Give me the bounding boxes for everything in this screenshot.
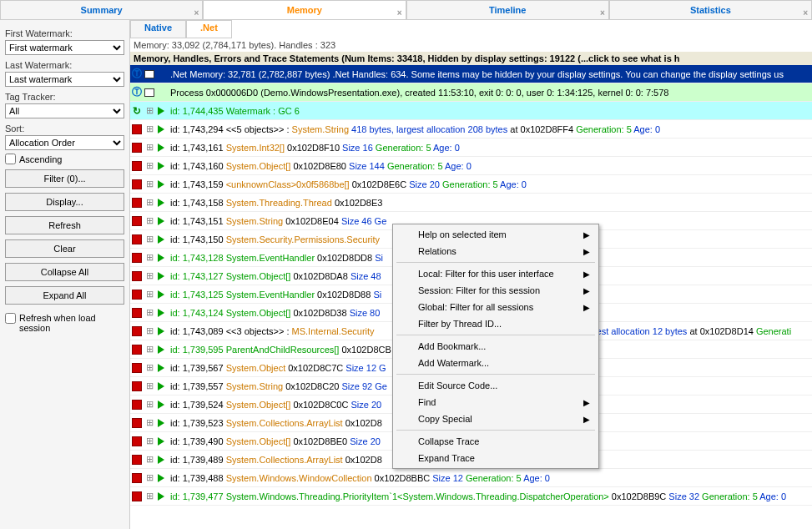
row-text: id: 1,743,127 System.Object[] 0x102D8DA8… (167, 271, 381, 281)
expand-icon[interactable]: ⊞ (144, 322, 155, 340)
expand-icon[interactable]: ⊞ (144, 359, 155, 377)
expand-icon[interactable]: ⊞ (144, 249, 155, 267)
row-gutter-icon (130, 377, 144, 395)
menu-expand-trace[interactable]: Expand Trace (395, 450, 597, 466)
tab-statistics[interactable]: Statistics× (609, 0, 812, 19)
arrow-icon (155, 212, 167, 230)
refresh-when-checkbox[interactable] (5, 313, 16, 324)
tab-summary[interactable]: Summary× (0, 0, 203, 19)
last-watermark-label: Last Watermark: (5, 60, 124, 70)
list-row[interactable]: ↻⊞id: 1,744,435 Watermark : GC 6 (130, 102, 812, 120)
menu-copy-special[interactable]: Copy Special▶ (395, 411, 597, 427)
list-row[interactable]: ⊞id: 1,743,161 System.Int32[] 0x102D8F10… (130, 139, 812, 157)
row-gutter-icon (130, 414, 144, 432)
menu-global-filter[interactable]: Global: Filter for all sessions▶ (395, 299, 597, 315)
expand-icon[interactable]: ⊞ (144, 139, 155, 157)
first-watermark-select[interactable]: First watermark (5, 40, 124, 55)
arrow-icon (155, 304, 167, 322)
subtab-native[interactable]: Native (130, 20, 186, 38)
list-row[interactable]: ⊞id: 1,739,488 System.Windows.WindowColl… (130, 469, 812, 487)
row-text: id: 1,739,488 System.Windows.WindowColle… (167, 473, 550, 483)
subtab-net[interactable]: .Net (186, 20, 232, 38)
menu-relations[interactable]: Relations▶ (395, 243, 597, 259)
list-row[interactable]: ⊞id: 1,743,158 System.Threading.Thread 0… (130, 194, 812, 212)
row-gutter-icon (130, 230, 144, 249)
expand-icon[interactable]: ⊞ (144, 102, 155, 120)
row-text: id: 1,739,524 System.Object[] 0x102D8C0C… (167, 400, 381, 410)
row-text: id: 1,744,435 Watermark : GC 6 (167, 106, 300, 116)
menu-local-filter[interactable]: Local: Filter for this user interface▶ (395, 265, 597, 282)
last-watermark-select[interactable]: Last watermark (5, 72, 124, 87)
expand-all-button[interactable]: Expand All (5, 286, 124, 305)
filter-button[interactable]: Filter (0)... (5, 169, 124, 188)
display-button[interactable]: Display... (5, 193, 124, 211)
menu-separator (396, 262, 595, 263)
row-gutter-icon (130, 340, 144, 359)
expand-icon[interactable]: ⊞ (144, 414, 155, 432)
list-row[interactable]: ⊞id: 1,739,477 System.Windows.Threading.… (130, 487, 812, 506)
row-gutter-icon (130, 432, 144, 451)
menu-session-filter[interactable]: Session: Filter for this session▶ (395, 282, 597, 299)
refresh-button[interactable]: Refresh (5, 216, 124, 234)
subtabstrip: Native .Net (130, 20, 232, 38)
row-text: id: 1,739,489 System.Collections.ArrayLi… (167, 455, 382, 465)
menu-collapse-trace[interactable]: Collapse Trace (395, 433, 597, 450)
row-text: .Net Memory: 32,781 (2,782,887 bytes) .N… (167, 69, 784, 79)
row-text: id: 1,743,158 System.Threading.Thread 0x… (167, 198, 382, 208)
tab-timeline[interactable]: Timeline× (406, 0, 609, 19)
tag-tracker-select[interactable]: All (5, 103, 124, 118)
collapse-all-button[interactable]: Collapse All (5, 263, 124, 281)
row-gutter-icon (130, 212, 144, 230)
expand-icon[interactable]: ⊞ (144, 267, 155, 285)
list-row[interactable]: ⊞id: 1,743,294 <<5 objects>> : System.St… (130, 120, 812, 139)
tab-memory[interactable]: Memory× (203, 0, 406, 19)
expand-icon[interactable]: ⊞ (144, 120, 155, 139)
expand-icon[interactable]: ⊞ (144, 212, 155, 230)
expand-icon[interactable]: ⊞ (144, 175, 155, 194)
list-header[interactable]: Memory, Handles, Errors and Trace Statem… (130, 52, 812, 65)
arrow-icon (155, 120, 167, 139)
arrow-icon (155, 139, 167, 157)
expand-icon[interactable]: ⊞ (144, 157, 155, 175)
menu-edit-source[interactable]: Edit Source Code... (395, 377, 597, 394)
row-gutter-icon (130, 157, 144, 175)
menu-help-selected[interactable]: Help on selected item▶ (395, 226, 597, 243)
list-row[interactable]: Ⓣ.Net Memory: 32,781 (2,782,887 bytes) .… (130, 65, 812, 83)
menu-find[interactable]: Find▶ (395, 394, 597, 411)
expand-icon[interactable]: ⊞ (144, 230, 155, 249)
row-gutter-icon (130, 120, 144, 139)
menu-add-bookmark[interactable]: Add Bookmark... (395, 338, 597, 355)
expand-icon[interactable]: ⊞ (144, 377, 155, 395)
expand-icon[interactable]: ⊞ (144, 194, 155, 212)
clear-button[interactable]: Clear (5, 239, 124, 258)
arrow-icon (155, 230, 167, 249)
list-row[interactable]: ⊞id: 1,743,159 <unknownClass>0x0f5868be[… (130, 175, 812, 194)
expand-icon[interactable] (144, 83, 155, 102)
menu-add-watermark[interactable]: Add Watermark... (395, 355, 597, 371)
expand-icon[interactable]: ⊞ (144, 285, 155, 304)
list-row[interactable]: ⊞id: 1,743,160 System.Object[] 0x102D8E8… (130, 157, 812, 175)
menu-filter-thread[interactable]: Filter by Thread ID... (395, 315, 597, 332)
tab-close-icon[interactable]: × (194, 4, 199, 23)
tab-close-icon[interactable]: × (600, 4, 605, 23)
expand-icon[interactable]: ⊞ (144, 340, 155, 359)
ascending-checkbox[interactable] (5, 154, 16, 164)
expand-icon[interactable]: ⊞ (144, 395, 155, 414)
expand-icon[interactable] (144, 65, 155, 83)
submenu-arrow-icon: ▶ (583, 247, 590, 256)
row-text: id: 1,743,160 System.Object[] 0x102D8E80… (167, 161, 472, 171)
expand-icon[interactable]: ⊞ (144, 432, 155, 451)
expand-icon[interactable]: ⊞ (144, 469, 155, 487)
expand-icon[interactable]: ⊞ (144, 451, 155, 469)
tab-close-icon[interactable]: × (397, 4, 402, 23)
row-text: id: 1,739,567 System.Object 0x102D8C7C S… (167, 363, 386, 373)
expand-icon[interactable]: ⊞ (144, 304, 155, 322)
arrow-icon (155, 340, 167, 359)
tab-close-icon[interactable]: × (803, 4, 808, 23)
row-gutter-icon (130, 322, 144, 340)
list-row[interactable]: ⓉProcess 0x000006D0 (Demo.WindowsPresent… (130, 83, 812, 102)
sort-select[interactable]: Allocation Order (5, 135, 124, 150)
expand-icon[interactable]: ⊞ (144, 487, 155, 506)
row-gutter-icon: Ⓣ (130, 83, 144, 102)
row-gutter-icon: ↻ (130, 102, 144, 120)
